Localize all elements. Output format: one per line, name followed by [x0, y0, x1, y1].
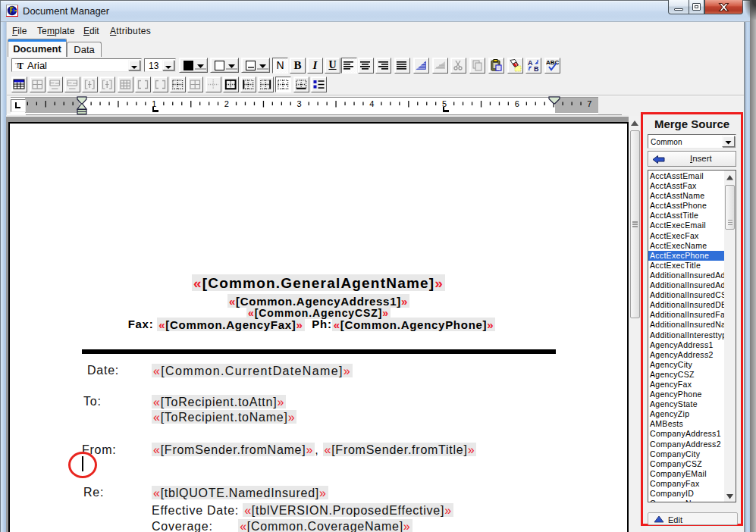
- svg-text:ABC: ABC: [546, 59, 560, 66]
- svg-text:3: 3: [297, 99, 302, 108]
- svg-text:T: T: [17, 61, 24, 70]
- svg-text:2: 2: [224, 99, 229, 108]
- svg-text:7: 7: [587, 99, 591, 108]
- svg-text:4: 4: [369, 99, 374, 108]
- svg-text:A: A: [528, 59, 533, 67]
- svg-text:6: 6: [515, 99, 519, 108]
- svg-text:B: B: [534, 65, 539, 73]
